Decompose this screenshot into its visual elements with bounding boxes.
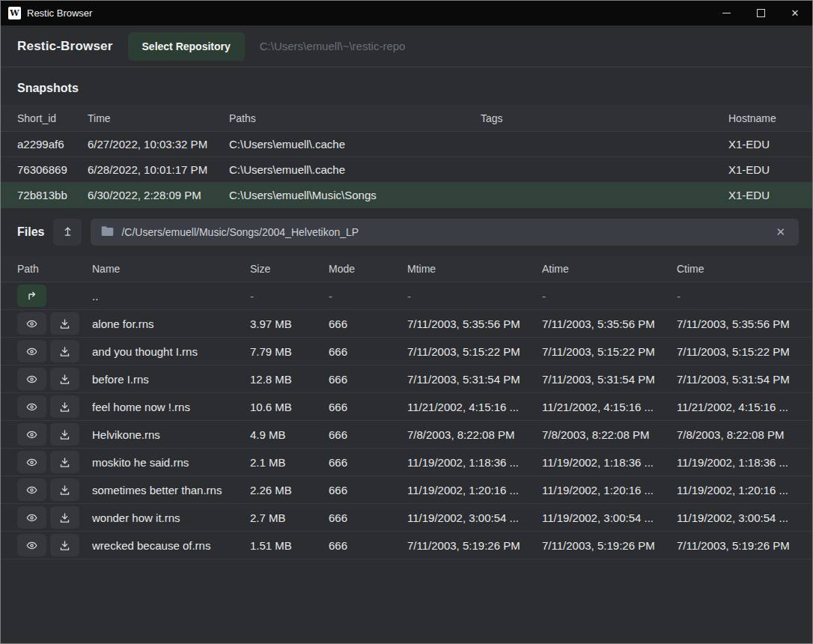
file-atime: 7/11/2003, 5:31:54 PM — [542, 373, 677, 386]
download-icon — [59, 401, 70, 413]
download-icon — [59, 374, 70, 385]
file-row[interactable]: feel home now !.rns 10.6 MB 666 11/21/20… — [1, 393, 812, 421]
download-icon — [59, 512, 70, 523]
snapshot-row[interactable]: a2299af6 6/27/2022, 10:03:32 PM C:\Users… — [1, 132, 812, 157]
corner-up-right-arrow-icon — [26, 290, 38, 302]
file-mtime: 7/11/2003, 5:15:22 PM — [407, 345, 542, 358]
snapshots-table-body: a2299af6 6/27/2022, 10:03:32 PM C:\Users… — [1, 132, 812, 208]
clear-path-button[interactable]: ✕ — [773, 224, 788, 240]
column-size: Size — [250, 263, 329, 275]
minimize-button[interactable] — [709, 1, 743, 25]
file-name: and you thought I.rns — [92, 345, 250, 358]
path-breadcrumb[interactable]: /C/Users/emuell/Music/Songs/2004_Helveti… — [91, 219, 799, 246]
file-row[interactable]: alone for.rns 3.97 MB 666 7/11/2003, 5:3… — [1, 310, 812, 338]
snapshot-paths: C:\Users\emuell\.cache — [229, 163, 481, 176]
file-row[interactable]: wonder how it.rns 2.7 MB 666 11/19/2002,… — [1, 504, 812, 532]
file-atime: 7/11/2003, 5:35:56 PM — [542, 318, 677, 330]
snapshot-paths: C:\Users\emuell\.cache — [229, 138, 481, 151]
file-row[interactable]: Helvikone.rns 4.9 MB 666 7/8/2003, 8:22:… — [1, 421, 812, 449]
download-icon — [59, 346, 70, 357]
snapshot-short-id: 72b813bb — [17, 189, 88, 201]
download-file-button[interactable] — [50, 312, 79, 335]
file-mtime: 11/21/2002, 4:15:16 ... — [407, 401, 542, 413]
parent-directory-row[interactable]: .. - - - - - — [1, 282, 812, 310]
eye-icon — [25, 401, 38, 413]
snapshot-short-id: a2299af6 — [17, 138, 88, 151]
file-atime: 11/19/2002, 1:18:36 ... — [542, 456, 677, 469]
snapshot-paths: C:\Users\emuell\Music\Songs — [229, 189, 481, 201]
file-atime: 7/11/2003, 5:15:22 PM — [542, 345, 677, 358]
snapshots-table-header: Short_id Time Paths Tags Hostname — [1, 105, 812, 132]
column-name: Name — [92, 263, 250, 275]
download-file-button[interactable] — [50, 395, 79, 418]
download-file-button[interactable] — [50, 506, 79, 529]
file-row[interactable]: before I.rns 12.8 MB 666 7/11/2003, 5:31… — [1, 365, 812, 393]
file-atime: 11/19/2002, 1:20:16 ... — [542, 484, 677, 496]
file-mtime: 7/11/2003, 5:31:54 PM — [407, 373, 542, 386]
download-file-button[interactable] — [50, 451, 79, 473]
close-icon: ✕ — [791, 7, 800, 19]
preview-file-button[interactable] — [17, 423, 46, 446]
file-ctime: 11/19/2002, 3:00:54 ... — [677, 511, 812, 524]
preview-file-button[interactable] — [17, 451, 46, 473]
snapshot-row[interactable]: 76306869 6/28/2022, 10:01:17 PM C:\Users… — [1, 157, 812, 183]
file-size: 12.8 MB — [250, 373, 329, 386]
file-mode: 666 — [329, 539, 407, 552]
file-size: 10.6 MB — [250, 401, 329, 413]
file-size: 4.9 MB — [250, 428, 329, 441]
column-mode: Mode — [329, 263, 407, 275]
file-row[interactable]: and you thought I.rns 7.79 MB 666 7/11/2… — [1, 338, 812, 365]
file-mode: 666 — [329, 428, 407, 441]
download-file-button[interactable] — [50, 340, 79, 362]
parent-mtime: - — [407, 290, 542, 303]
file-mtime: 11/19/2002, 1:20:16 ... — [407, 484, 542, 496]
file-atime: 11/21/2002, 4:15:16 ... — [542, 401, 677, 413]
preview-file-button[interactable] — [17, 534, 46, 556]
column-time: Time — [88, 112, 229, 124]
parent-size: - — [250, 290, 329, 303]
file-name: moskito he said.rns — [92, 456, 250, 469]
eye-icon — [25, 374, 38, 385]
snapshot-time: 6/27/2022, 10:03:32 PM — [88, 138, 229, 151]
column-short-id: Short_id — [17, 112, 88, 124]
go-up-button[interactable] — [53, 219, 82, 246]
preview-file-button[interactable] — [17, 368, 46, 390]
eye-icon — [25, 429, 38, 440]
file-row[interactable]: moskito he said.rns 2.1 MB 666 11/19/200… — [1, 449, 812, 476]
file-row[interactable]: sometimes better than.rns 2.26 MB 666 11… — [1, 476, 812, 504]
empty-area — [1, 559, 812, 643]
repository-path: C:\Users\emuell\~\restic-repo — [260, 40, 406, 52]
app-logo-icon: W — [8, 7, 21, 19]
parent-atime: - — [542, 290, 677, 303]
preview-file-button[interactable] — [17, 506, 46, 529]
snapshot-row[interactable]: 72b813bb 6/30/2022, 2:28:09 PM C:\Users\… — [1, 183, 812, 208]
download-file-button[interactable] — [50, 368, 79, 390]
close-button[interactable]: ✕ — [778, 1, 812, 25]
arrow-up-from-bar-icon — [62, 225, 73, 239]
file-name: wonder how it.rns — [92, 511, 250, 524]
file-name: feel home now !.rns — [92, 401, 250, 413]
open-parent-button[interactable] — [17, 285, 46, 307]
maximize-button[interactable] — [743, 1, 778, 25]
file-atime: 7/11/2003, 5:19:26 PM — [542, 539, 677, 552]
column-mtime: Mtime — [407, 263, 542, 275]
snapshots-section-header: Snapshots — [1, 67, 812, 105]
column-hostname: Hostname — [728, 112, 812, 124]
preview-file-button[interactable] — [17, 312, 46, 335]
download-icon — [59, 429, 70, 440]
maximize-icon — [757, 9, 765, 17]
select-repository-button[interactable]: Select Repository — [128, 32, 245, 61]
file-atime: 11/19/2002, 3:00:54 ... — [542, 511, 677, 524]
download-file-button[interactable] — [50, 479, 79, 501]
download-file-button[interactable] — [50, 423, 79, 446]
preview-file-button[interactable] — [17, 395, 46, 418]
column-path: Path — [17, 263, 92, 275]
file-mtime: 7/8/2003, 8:22:08 PM — [407, 428, 542, 441]
files-section-header: Files /C/Users/emuell/Music/Songs/2004_H… — [1, 208, 812, 256]
preview-file-button[interactable] — [17, 479, 46, 501]
file-row[interactable]: wrecked because of.rns 1.51 MB 666 7/11/… — [1, 532, 812, 559]
file-size: 1.51 MB — [250, 539, 329, 552]
files-table-header: Path Name Size Mode Mtime Atime Ctime — [1, 256, 812, 282]
preview-file-button[interactable] — [17, 340, 46, 362]
download-file-button[interactable] — [50, 534, 79, 556]
